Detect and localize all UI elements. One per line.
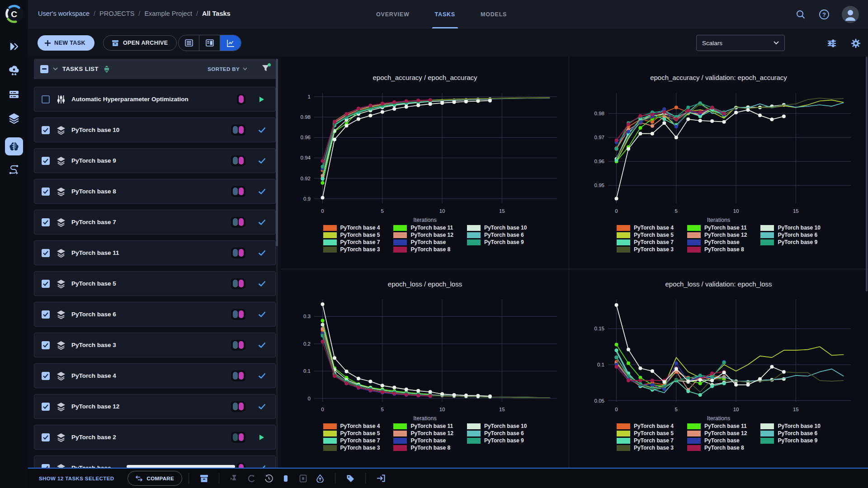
chart-plot-area[interactable]: 05101500.10.20.3: [289, 294, 561, 415]
abort-children-icon[interactable]: [294, 471, 311, 486]
search-icon[interactable]: [795, 9, 807, 20]
legend-item[interactable]: PyTorch base 10: [467, 423, 527, 429]
legend-item[interactable]: PyTorch base 4: [323, 423, 380, 429]
task-row[interactable]: PyTorch base 6: [34, 302, 276, 327]
tab-models[interactable]: MODELS: [481, 0, 507, 28]
chevron-down-icon[interactable]: [53, 67, 58, 70]
workflows-icon[interactable]: [8, 164, 20, 176]
new-task-button[interactable]: NEW TASK: [38, 35, 94, 51]
legend-item[interactable]: PyTorch base 11: [393, 225, 453, 231]
retry-icon[interactable]: [260, 471, 277, 486]
legend-item[interactable]: PyTorch base 3: [617, 445, 674, 451]
projects-icon[interactable]: [8, 41, 20, 52]
clearml-logo[interactable]: C: [4, 4, 24, 24]
task-row[interactable]: PyTorch base 3: [34, 333, 276, 357]
task-checkbox[interactable]: [42, 310, 50, 319]
legend-item[interactable]: PyTorch base 5: [323, 232, 380, 238]
sorted-by-dropdown[interactable]: SORTED BY: [208, 66, 247, 72]
tab-overview[interactable]: OVERVIEW: [376, 0, 410, 28]
legend-item[interactable]: PyTorch base 12: [687, 430, 747, 436]
filter-icon[interactable]: [262, 65, 269, 74]
legend-item[interactable]: PyTorch base: [393, 239, 453, 245]
legend-item[interactable]: PyTorch base 11: [687, 423, 747, 429]
task-checkbox[interactable]: [42, 433, 50, 441]
legend-item[interactable]: PyTorch base 6: [467, 430, 527, 436]
task-checkbox[interactable]: [42, 403, 50, 411]
breadcrumb-project[interactable]: Example Project: [144, 10, 192, 17]
charts-scrollbar-thumb[interactable]: [866, 56, 868, 291]
legend-item[interactable]: PyTorch base 7: [617, 239, 674, 245]
legend-item[interactable]: PyTorch base 8: [687, 246, 747, 253]
legend-item[interactable]: PyTorch base 3: [617, 246, 674, 253]
chart-plot-area[interactable]: 0510150.950.960.970.98: [583, 88, 854, 217]
task-row[interactable]: PyTorch base 8: [34, 179, 276, 204]
legend-item[interactable]: PyTorch base 12: [393, 430, 453, 436]
legend-item[interactable]: PyTorch base 8: [393, 246, 453, 253]
task-row[interactable]: PyTorch base 11: [34, 240, 276, 265]
legend-item[interactable]: PyTorch base 11: [393, 423, 453, 429]
task-row[interactable]: PyTorch base 2: [34, 425, 276, 450]
legend-item[interactable]: PyTorch base 11: [687, 225, 747, 231]
tasks-scrollbar-thumb[interactable]: [276, 59, 278, 246]
task-checkbox[interactable]: [42, 157, 50, 165]
metric-dropdown[interactable]: Scalars: [696, 35, 785, 51]
task-checkbox[interactable]: [42, 249, 50, 257]
legend-item[interactable]: PyTorch base 5: [323, 430, 380, 436]
compare-button[interactable]: COMPARE: [127, 471, 182, 486]
publish-icon[interactable]: [311, 471, 329, 486]
task-checkbox[interactable]: [42, 464, 50, 468]
gear-icon[interactable]: [850, 38, 862, 49]
task-row[interactable]: Automatic Hyperparameter Optimization: [34, 87, 276, 112]
tab-tasks[interactable]: TASKS: [435, 0, 455, 28]
reports-icon[interactable]: [8, 113, 20, 124]
task-row[interactable]: PyTorch base 9: [34, 148, 276, 173]
legend-item[interactable]: PyTorch base 6: [760, 232, 821, 238]
task-checkbox[interactable]: [42, 341, 50, 349]
abort-icon[interactable]: [277, 471, 294, 486]
chart-plot-area[interactable]: 0510150.050.10.15: [583, 294, 854, 415]
legend-item[interactable]: PyTorch base 4: [323, 225, 380, 231]
legend-item[interactable]: PyTorch base 4: [617, 423, 674, 429]
legend-item[interactable]: PyTorch base 10: [760, 225, 821, 231]
open-archive-button[interactable]: OPEN ARCHIVE: [103, 35, 177, 51]
task-row[interactable]: PyTorch base 7: [34, 210, 276, 235]
split-view-icon[interactable]: [199, 35, 220, 51]
task-checkbox[interactable]: [42, 372, 50, 380]
avatar[interactable]: [842, 6, 859, 23]
legend-item[interactable]: PyTorch base: [687, 239, 747, 245]
task-checkbox[interactable]: [42, 188, 50, 196]
legend-item[interactable]: PyTorch base 8: [687, 445, 747, 451]
select-all-checkbox[interactable]: [40, 65, 48, 73]
legend-item[interactable]: PyTorch base 12: [687, 232, 747, 238]
legend-item[interactable]: PyTorch base: [393, 437, 453, 444]
tag-icon[interactable]: [342, 471, 359, 486]
legend-item[interactable]: PyTorch base 12: [393, 232, 453, 238]
legend-item[interactable]: PyTorch base 9: [467, 437, 527, 444]
task-row[interactable]: PyTorch base 4: [34, 363, 276, 388]
legend-item[interactable]: PyTorch base 6: [760, 430, 821, 436]
help-icon[interactable]: ?: [818, 9, 830, 20]
charts-view-icon[interactable]: [220, 35, 241, 51]
legend-item[interactable]: PyTorch base 5: [617, 232, 674, 238]
legend-item[interactable]: PyTorch base 7: [323, 239, 380, 245]
legend-item[interactable]: PyTorch base 3: [323, 246, 380, 253]
task-checkbox[interactable]: [42, 218, 50, 226]
legend-item[interactable]: PyTorch base 6: [467, 232, 527, 238]
sort-order-icon[interactable]: [103, 66, 110, 73]
legend-item[interactable]: PyTorch base 8: [393, 445, 453, 451]
table-view-icon[interactable]: [179, 35, 199, 51]
legend-item[interactable]: PyTorch base 10: [760, 423, 821, 429]
task-row[interactable]: PyTorch base 12: [34, 394, 276, 419]
task-row[interactable]: PyTorch base 10: [34, 117, 276, 142]
chart-plot-area[interactable]: 0510150.90.920.940.960.981: [289, 88, 561, 217]
breadcrumb-projects[interactable]: PROJECTS: [99, 10, 134, 17]
archive-icon[interactable]: [195, 471, 212, 486]
legend-item[interactable]: PyTorch base 3: [323, 445, 380, 451]
datasets-icon[interactable]: [8, 89, 20, 100]
legend-item[interactable]: PyTorch base 9: [760, 239, 821, 245]
legend-item[interactable]: PyTorch base 5: [617, 430, 674, 436]
tune-settings-icon[interactable]: [826, 38, 838, 49]
move-to-project-icon[interactable]: [372, 471, 389, 486]
breadcrumb-workspace[interactable]: User's workspace: [38, 10, 90, 17]
pipelines-icon[interactable]: [8, 65, 20, 76]
